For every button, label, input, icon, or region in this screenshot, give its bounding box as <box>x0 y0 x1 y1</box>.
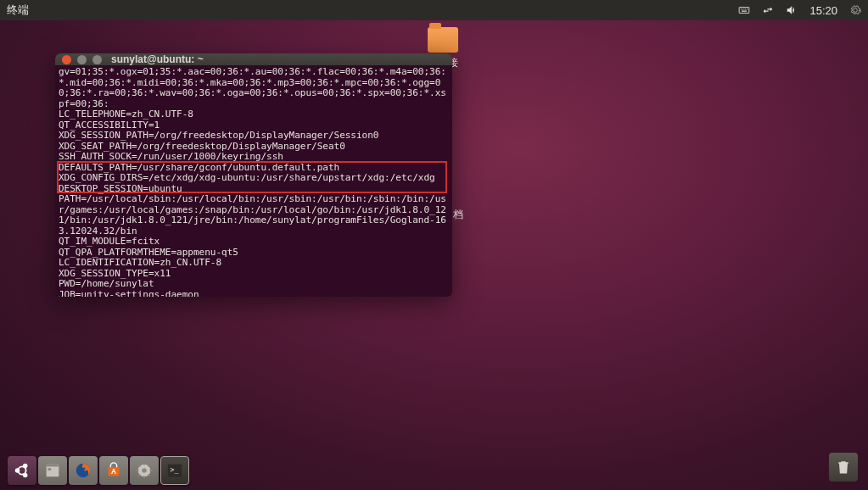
minimize-button[interactable] <box>77 55 87 64</box>
gear-icon[interactable] <box>849 4 861 16</box>
path-highlight-annotation <box>57 161 447 193</box>
svg-text:A: A <box>111 468 116 476</box>
svg-rect-5 <box>742 11 748 12</box>
terminal-titlebar[interactable]: sunylat@ubuntu: ~ <box>55 53 452 65</box>
desktop-side-label: 档 <box>453 208 463 222</box>
svg-rect-11 <box>47 465 59 467</box>
active-app-title: 终端 <box>7 3 29 18</box>
clock-time[interactable]: 15:20 <box>809 4 837 17</box>
system-settings-icon[interactable] <box>130 456 159 485</box>
terminal-launcher-icon[interactable]: >_ <box>160 456 189 485</box>
ubuntu-software-icon[interactable]: A <box>99 456 128 485</box>
svg-text:>_: >_ <box>171 465 179 474</box>
volume-icon[interactable] <box>786 4 798 16</box>
folder-icon <box>428 27 458 53</box>
network-icon[interactable] <box>762 4 774 16</box>
files-icon[interactable] <box>38 456 67 485</box>
terminal-output[interactable]: gv=01;35:*.ogx=01;35:*.aac=00;36:*.au=00… <box>55 65 452 297</box>
svg-rect-3 <box>745 8 746 9</box>
svg-rect-4 <box>747 8 748 9</box>
dash-icon[interactable] <box>8 456 36 485</box>
svg-rect-12 <box>48 468 52 471</box>
maximize-button[interactable] <box>92 55 102 64</box>
keyboard-icon[interactable] <box>738 4 750 16</box>
terminal-title: sunylat@ubuntu: ~ <box>111 53 204 65</box>
svg-point-17 <box>142 468 147 473</box>
svg-rect-1 <box>741 8 742 9</box>
terminal-window[interactable]: sunylat@ubuntu: ~ gv=01;35:*.ogx=01;35:*… <box>55 53 452 297</box>
top-menubar: 终端 15:20 <box>0 0 868 20</box>
unity-launcher: A >_ <box>8 456 189 485</box>
svg-rect-0 <box>740 8 750 14</box>
close-button[interactable] <box>62 55 71 64</box>
trash-icon[interactable] <box>829 453 858 482</box>
firefox-icon[interactable] <box>69 456 98 485</box>
svg-rect-2 <box>743 8 744 9</box>
